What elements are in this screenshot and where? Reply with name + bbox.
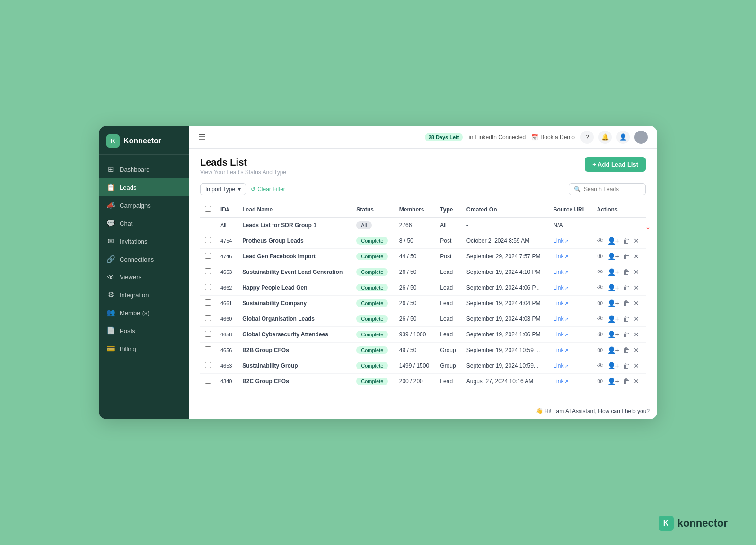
view-icon[interactable]: 👁 xyxy=(597,299,604,307)
delete-icon[interactable]: 🗑 xyxy=(623,378,630,385)
row-members: 200 / 200 xyxy=(395,374,436,389)
sidebar-item-invitations[interactable]: ✉ Invitations xyxy=(99,232,189,250)
connections-icon-button[interactable]: 👤 xyxy=(616,131,630,144)
row-id: 4658 xyxy=(216,327,237,343)
import-type-dropdown[interactable]: Import Type ▾ xyxy=(200,183,246,195)
sidebar-item-chat[interactable]: 💬 Chat xyxy=(99,214,189,232)
row-source: Link ↗ xyxy=(548,327,592,343)
row-members: 8 / 50 xyxy=(395,233,436,249)
view-icon[interactable]: 👁 xyxy=(597,284,604,291)
add-member-icon[interactable]: 👤+ xyxy=(607,237,619,245)
hamburger-icon[interactable]: ☰ xyxy=(198,132,206,142)
sidebar-item-leads[interactable]: 📋 Leads xyxy=(99,178,189,196)
row-checkbox[interactable] xyxy=(205,362,211,368)
sidebar-item-label-chat: Chat xyxy=(120,220,132,227)
add-member-icon[interactable]: 👤+ xyxy=(607,253,619,260)
source-link[interactable]: Link ↗ xyxy=(553,300,587,307)
search-box[interactable]: 🔍 xyxy=(569,183,646,195)
row-checkbox[interactable] xyxy=(205,237,211,243)
row-checkbox[interactable] xyxy=(205,253,211,259)
view-icon[interactable]: 👁 xyxy=(597,253,604,260)
view-icon[interactable]: 👁 xyxy=(597,268,604,276)
row-actions: 👁 👤+ 🗑 ✕ xyxy=(592,296,646,311)
delete-icon[interactable]: 🗑 xyxy=(623,331,630,338)
delete-icon[interactable]: 🗑 xyxy=(623,284,630,291)
help-icon-button[interactable]: ? xyxy=(580,131,594,144)
source-link[interactable]: Link ↗ xyxy=(553,269,587,275)
source-link[interactable]: Link ↗ xyxy=(553,253,587,260)
row-lead-name: Sustainability Company xyxy=(237,296,352,311)
add-member-icon[interactable]: 👤+ xyxy=(607,378,619,385)
view-icon[interactable]: 👁 xyxy=(597,315,604,323)
view-icon[interactable]: 👁 xyxy=(597,346,604,354)
source-link[interactable]: Link ↗ xyxy=(553,378,587,385)
row-lead-name: Sustainability Event Lead Generation xyxy=(237,264,352,280)
view-icon[interactable]: 👁 xyxy=(597,237,604,245)
shuffle-icon[interactable]: ✕ xyxy=(633,284,639,291)
external-link-icon: ↗ xyxy=(564,254,568,259)
shuffle-icon[interactable]: ✕ xyxy=(633,253,639,260)
row-checkbox[interactable] xyxy=(205,378,211,384)
delete-icon[interactable]: 🗑 xyxy=(623,299,630,307)
sidebar-item-viewers[interactable]: 👁 Viewers xyxy=(99,268,189,286)
source-link[interactable]: Link ↗ xyxy=(553,237,587,244)
shuffle-icon[interactable]: ✕ xyxy=(633,378,639,385)
row-checkbox[interactable] xyxy=(205,331,211,337)
add-member-icon[interactable]: 👤+ xyxy=(607,315,619,323)
shuffle-icon[interactable]: ✕ xyxy=(633,346,639,354)
sidebar-item-billing[interactable]: 💳 Billing xyxy=(99,340,189,358)
delete-icon[interactable]: 🗑 xyxy=(623,346,630,354)
add-member-icon[interactable]: 👤+ xyxy=(607,331,619,338)
sidebar-item-dashboard[interactable]: ⊞ Dashboard xyxy=(99,160,189,178)
add-member-icon[interactable]: 👤+ xyxy=(607,346,619,354)
row-checkbox[interactable] xyxy=(205,299,211,306)
select-all-checkbox[interactable] xyxy=(205,206,211,212)
add-member-icon[interactable]: 👤+ xyxy=(607,284,619,291)
row-type: Lead xyxy=(435,280,461,296)
delete-icon[interactable]: 🗑 xyxy=(623,315,630,323)
status-badge: Complete xyxy=(356,299,388,307)
row-checkbox[interactable] xyxy=(205,268,211,274)
clear-filter-button[interactable]: ↺ Clear Filter xyxy=(251,186,285,193)
shuffle-icon[interactable]: ✕ xyxy=(633,268,639,276)
view-icon[interactable]: 👁 xyxy=(597,378,604,385)
delete-icon[interactable]: 🗑 xyxy=(623,237,630,245)
delete-icon[interactable]: 🗑 xyxy=(623,362,630,369)
view-icon[interactable]: 👁 xyxy=(597,331,604,338)
shuffle-icon[interactable]: ✕ xyxy=(633,237,639,245)
shuffle-icon[interactable]: ✕ xyxy=(633,315,639,323)
row-lead-name: Leads List for SDR Group 1 xyxy=(237,218,352,233)
row-checkbox[interactable] xyxy=(205,315,211,321)
source-link[interactable]: Link ↗ xyxy=(553,331,587,338)
delete-icon[interactable]: 🗑 xyxy=(623,253,630,260)
row-id: 4661 xyxy=(216,296,237,311)
shuffle-icon[interactable]: ✕ xyxy=(633,331,639,338)
view-icon[interactable]: 👁 xyxy=(597,362,604,369)
row-members: 49 / 50 xyxy=(395,343,436,358)
row-checkbox[interactable] xyxy=(205,284,211,290)
source-link[interactable]: Link ↗ xyxy=(553,347,587,353)
days-left-badge: 28 Days Left xyxy=(425,133,463,141)
row-source: N/A xyxy=(548,218,592,233)
source-link[interactable]: Link ↗ xyxy=(553,284,587,291)
add-lead-list-button[interactable]: + Add Lead List xyxy=(585,157,646,172)
sidebar-item-integration[interactable]: ⚙ Integration xyxy=(99,286,189,304)
row-created: September 19, 2024 4:06 P... xyxy=(462,280,549,296)
add-member-icon[interactable]: 👤+ xyxy=(607,299,619,307)
row-checkbox[interactable] xyxy=(205,346,211,352)
book-demo-button[interactable]: 📅 Book a Demo xyxy=(531,134,575,141)
shuffle-icon[interactable]: ✕ xyxy=(633,299,639,307)
source-link[interactable]: Link ↗ xyxy=(553,362,587,369)
sidebar-item-campaigns[interactable]: 📣 Campaigns xyxy=(99,196,189,214)
sidebar-item-connections[interactable]: 🔗 Connections xyxy=(99,250,189,268)
sidebar-item-members[interactable]: 👥 Member(s) xyxy=(99,304,189,322)
add-member-icon[interactable]: 👤+ xyxy=(607,268,619,276)
shuffle-icon[interactable]: ✕ xyxy=(633,362,639,369)
sidebar-item-posts[interactable]: 📄 Posts xyxy=(99,322,189,340)
avatar[interactable] xyxy=(634,131,648,144)
delete-icon[interactable]: 🗑 xyxy=(623,268,630,276)
search-leads-input[interactable] xyxy=(584,186,641,193)
source-link[interactable]: Link ↗ xyxy=(553,316,587,322)
add-member-icon[interactable]: 👤+ xyxy=(607,362,619,369)
notifications-icon-button[interactable]: 🔔 xyxy=(598,131,612,144)
